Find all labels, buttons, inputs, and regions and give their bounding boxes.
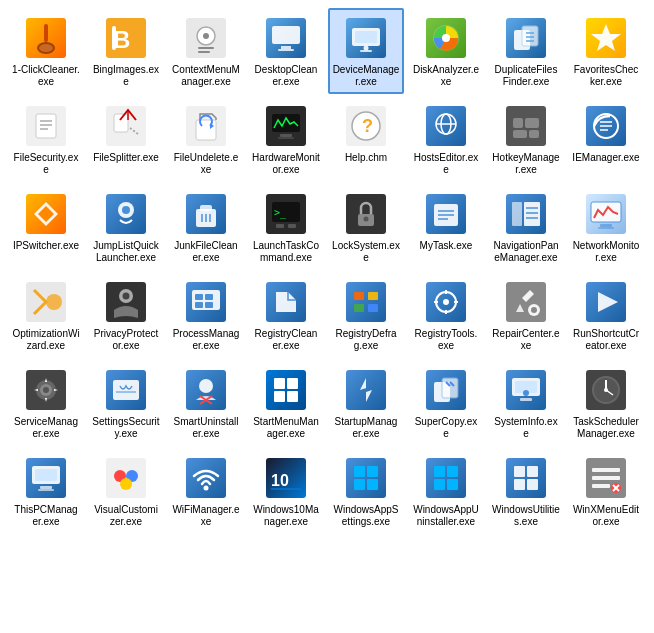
list-item-smartuninstaller[interactable]: SmartUninstaller.exe bbox=[168, 360, 244, 446]
svg-rect-94 bbox=[600, 224, 612, 227]
list-item-winxmenu[interactable]: WinXMenuEditor.exe bbox=[568, 448, 644, 534]
list-item-contextmenu[interactable]: ContextMenuManager.exe bbox=[168, 8, 244, 94]
1clickcleaner-icon bbox=[22, 14, 70, 62]
item-label-startupmgr: StartupManager.exe bbox=[332, 416, 400, 440]
item-label-procmanager: ProcessManager.exe bbox=[172, 328, 240, 352]
svg-point-9 bbox=[203, 33, 209, 39]
list-item-devicemanager[interactable]: DeviceManager.exe bbox=[328, 8, 404, 94]
item-label-wifimanager: WiFiManager.exe bbox=[172, 504, 240, 528]
list-item-netmonitor[interactable]: NetworkMonitor.exe bbox=[568, 184, 644, 270]
list-item-hotkeymanager[interactable]: HotkeyManager.exe bbox=[488, 96, 564, 182]
svg-rect-112 bbox=[368, 304, 378, 312]
list-item-regcleaner[interactable]: RegistryCleaner.exe bbox=[248, 272, 324, 358]
list-item-fileundelete[interactable]: FileUndelete.exe bbox=[168, 96, 244, 182]
item-label-devicemanager: DeviceManager.exe bbox=[332, 64, 400, 88]
svg-rect-130 bbox=[113, 380, 139, 400]
list-item-1clickcleaner[interactable]: 1-ClickCleaner.exe bbox=[8, 8, 84, 94]
svg-rect-177 bbox=[426, 458, 466, 498]
item-label-startmenu: StartMenuManager.exe bbox=[252, 416, 320, 440]
hwmonitor-icon bbox=[262, 102, 310, 150]
junkfile-icon bbox=[182, 190, 230, 238]
list-item-winutilities[interactable]: WindowsUtilities.exe bbox=[488, 448, 564, 534]
list-item-privacypro[interactable]: PrivacyProtector.exe bbox=[88, 272, 164, 358]
optwizard-icon bbox=[22, 278, 70, 326]
item-label-help: Help.chm bbox=[345, 152, 387, 164]
mytask-icon bbox=[422, 190, 470, 238]
regtools-icon bbox=[422, 278, 470, 326]
list-item-runshortcut[interactable]: RunShortcutCreator.exe bbox=[568, 272, 644, 358]
svg-rect-55 bbox=[525, 118, 539, 128]
item-label-locksystem: LockSystem.exe bbox=[332, 240, 400, 264]
svg-rect-183 bbox=[514, 466, 525, 477]
svg-rect-175 bbox=[354, 479, 365, 490]
list-item-winappsettings[interactable]: WindowsAppSettings.exe bbox=[328, 448, 404, 534]
list-item-filesecurity[interactable]: FileSecurity.exe bbox=[8, 96, 84, 182]
list-item-optwizard[interactable]: OptimizationWizard.exe bbox=[8, 272, 84, 358]
svg-rect-77 bbox=[288, 224, 296, 228]
svg-rect-54 bbox=[513, 118, 523, 128]
svg-rect-136 bbox=[266, 370, 306, 410]
item-label-bingimages: BingImages.exe bbox=[92, 64, 160, 88]
item-label-supercopy: SuperCopy.exe bbox=[412, 416, 480, 440]
list-item-mytask[interactable]: MyTask.exe bbox=[408, 184, 484, 270]
list-item-iemanager[interactable]: IEManager.exe bbox=[568, 96, 644, 182]
list-item-duplicatefiles[interactable]: DuplicateFilesFinder.exe bbox=[488, 8, 564, 94]
win10manager-icon: 10 bbox=[262, 454, 310, 502]
list-item-startmenu[interactable]: StartMenuManager.exe bbox=[248, 360, 324, 446]
list-item-regtools[interactable]: RegistryTools.exe bbox=[408, 272, 484, 358]
list-item-startupmgr[interactable]: StartupManager.exe bbox=[328, 360, 404, 446]
svg-rect-171 bbox=[271, 488, 301, 490]
list-item-regdefrag[interactable]: RegistryDefrag.exe bbox=[328, 272, 404, 358]
list-item-desktopcleaner[interactable]: DesktopCleaner.exe bbox=[248, 8, 324, 94]
list-item-settingssecurity[interactable]: SettingsSecurity.exe bbox=[88, 360, 164, 446]
item-label-smartuninstaller: SmartUninstaller.exe bbox=[172, 416, 240, 440]
svg-rect-110 bbox=[368, 292, 378, 300]
item-label-win10manager: Windows10Manager.exe bbox=[252, 504, 320, 528]
svg-rect-144 bbox=[442, 378, 458, 398]
list-item-diskanalyzer[interactable]: DiskAnalyzer.exe bbox=[408, 8, 484, 94]
item-label-hwmonitor: HardwareMonitor.exe bbox=[252, 152, 320, 176]
list-item-hostseditor[interactable]: HostsEditor.exe bbox=[408, 96, 484, 182]
list-item-junkfile[interactable]: JunkFileCleaner.exe bbox=[168, 184, 244, 270]
list-item-filesplitter[interactable]: FileSplitter.exe bbox=[88, 96, 164, 182]
list-item-repaircenter[interactable]: RepairCenter.exe bbox=[488, 272, 564, 358]
list-item-thispc[interactable]: ThisPCManager.exe bbox=[8, 448, 84, 534]
svg-rect-180 bbox=[434, 479, 445, 490]
svg-rect-141 bbox=[346, 370, 386, 410]
list-item-sysinfo[interactable]: SystemInfo.exe bbox=[488, 360, 564, 446]
list-item-bingimages[interactable]: B BingImages.exe bbox=[88, 8, 164, 94]
svg-rect-160 bbox=[35, 469, 57, 481]
list-item-ipswitcher[interactable]: IPSwitcher.exe bbox=[8, 184, 84, 270]
list-item-favoriteschecker[interactable]: FavoritesChecker.exe bbox=[568, 8, 644, 94]
svg-rect-139 bbox=[274, 391, 285, 402]
svg-point-151 bbox=[523, 390, 529, 396]
list-item-win10manager[interactable]: 10 Windows10Manager.exe bbox=[248, 448, 324, 534]
list-item-servicemanager[interactable]: ServiceManager.exe bbox=[8, 360, 84, 446]
hotkeymanager-icon bbox=[502, 102, 550, 150]
list-item-launchtask[interactable]: >_ LaunchTaskCommand.exe bbox=[248, 184, 324, 270]
repaircenter-icon bbox=[502, 278, 550, 326]
list-item-visualcust[interactable]: VisualCustomizer.exe bbox=[88, 448, 164, 534]
supercopy-icon bbox=[422, 366, 470, 414]
runshortcut-icon bbox=[582, 278, 630, 326]
navpane-icon bbox=[502, 190, 550, 238]
jumplist-icon bbox=[102, 190, 150, 238]
svg-rect-111 bbox=[354, 304, 364, 312]
svg-rect-182 bbox=[506, 458, 546, 498]
list-item-winappuninstall[interactable]: WindowsAppUninstaller.exe bbox=[408, 448, 484, 534]
list-item-locksystem[interactable]: LockSystem.exe bbox=[328, 184, 404, 270]
list-item-procmanager[interactable]: ProcessManager.exe bbox=[168, 272, 244, 358]
list-item-taskscheduler[interactable]: TaskSchedulerManager.exe bbox=[568, 360, 644, 446]
winxmenu-icon bbox=[582, 454, 630, 502]
svg-rect-6 bbox=[112, 26, 116, 50]
list-item-wifimanager[interactable]: WiFiManager.exe bbox=[168, 448, 244, 534]
svg-rect-137 bbox=[274, 378, 285, 389]
list-item-help[interactable]: ? Help.chm bbox=[328, 96, 404, 182]
list-item-jumplist[interactable]: JumpListQuickLauncher.exe bbox=[88, 184, 164, 270]
list-item-hwmonitor[interactable]: HardwareMonitor.exe bbox=[248, 96, 324, 182]
item-label-favoriteschecker: FavoritesChecker.exe bbox=[572, 64, 640, 88]
list-item-navpane[interactable]: NavigationPaneManager.exe bbox=[488, 184, 564, 270]
svg-rect-56 bbox=[513, 130, 527, 138]
list-item-supercopy[interactable]: SuperCopy.exe bbox=[408, 360, 484, 446]
svg-rect-188 bbox=[592, 468, 620, 472]
